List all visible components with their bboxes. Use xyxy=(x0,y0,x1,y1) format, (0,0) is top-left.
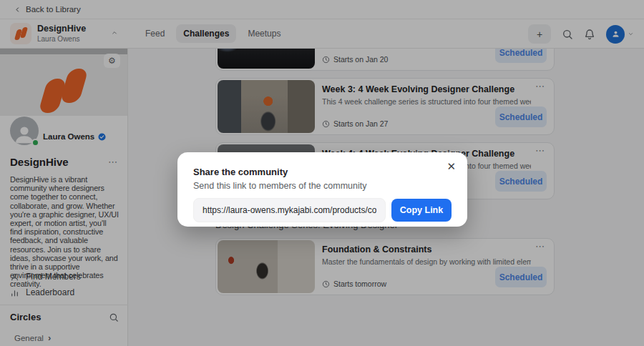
share-link-input[interactable] xyxy=(193,198,386,222)
close-icon[interactable]: ✕ xyxy=(447,159,456,174)
modal-subtitle: Send this link to members of the communi… xyxy=(193,181,452,191)
share-community-modal: ✕ Share the community Send this link to … xyxy=(177,152,467,227)
copy-link-button[interactable]: Copy Link xyxy=(391,199,452,222)
app-frame: Back to Library DesignHive Laura Owens F… xyxy=(0,0,644,346)
modal-title: Share the community xyxy=(193,167,452,177)
